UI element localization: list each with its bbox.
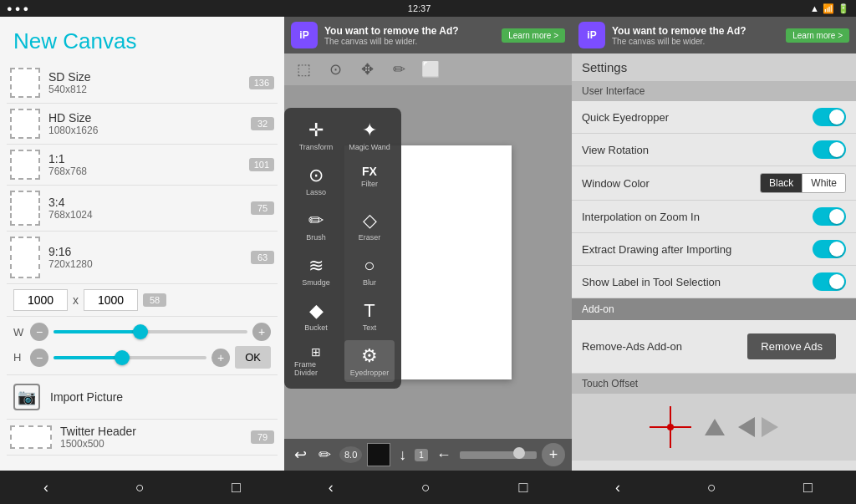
w-slider-track[interactable] [54,330,247,333]
left-bottom-nav: ‹ ○ □ [0,471,284,504]
h-slider-track[interactable] [54,356,206,359]
magic-wand-icon: ✦ [362,120,377,141]
toggle-knob [829,242,844,257]
tool-filter[interactable]: FX Filter [344,160,395,201]
tool-transform[interactable]: ✛ Transform [291,115,341,156]
show-label-label: Show Label in Tool Selection [582,276,813,288]
tool-brush[interactable]: ✏ Brush [291,205,341,247]
canvas-area[interactable]: ✛ Transform ✦ Magic Wand ⊙ Lasso FX Filt… [284,85,572,439]
list-item[interactable]: HD Size 1080x1626 32 [7,104,278,145]
canvas-name-916: 9:16 [48,245,242,258]
window-color-white-button[interactable]: White [802,174,845,192]
window-color-black-button[interactable]: Black [761,174,802,192]
ad-app-icon-right: iP [578,22,605,48]
toggle-knob [829,142,844,157]
extract-drawing-toggle[interactable] [813,240,846,258]
opacity-slider[interactable] [460,451,537,459]
w-minus-button[interactable]: − [30,323,48,341]
settings-row-view-rotation: View Rotation [572,134,856,166]
status-icons: ▲ 📶 🔋 [810,3,849,14]
w-slider-row: W − + [13,320,271,344]
canvas-thumb-twitter [10,425,52,449]
canvas-name-twitter: Twitter Header [60,425,242,438]
ad-title-mid: You want to remove the Ad? [324,25,495,37]
canvas-thumb-11 [10,150,40,180]
w-plus-button[interactable]: + [252,323,271,341]
arrow-up-icon[interactable] [705,419,725,435]
remove-ads-label: Remove-Ads Add-on [582,340,737,353]
signal-icon: ▲ [810,3,819,13]
wh-sliders: W − + H − + OK [7,317,278,375]
tool-lasso[interactable]: ⊙ Lasso [291,160,341,201]
download-icon[interactable]: ↓ [395,443,410,467]
recent-button[interactable]: □ [215,476,257,500]
color-swatch[interactable] [367,443,390,466]
addon-section-label: Add-on [572,298,856,320]
canvas-name-hd: HD Size [48,111,242,125]
battery-icon: 🔋 [838,3,849,14]
brush-size-badge[interactable]: 8.0 [339,446,362,463]
pen-icon[interactable]: ✏ [386,57,411,82]
tool-bucket[interactable]: ◆ Bucket [291,295,341,337]
home-button[interactable]: ○ [119,476,161,500]
tool-text[interactable]: T Text [344,295,395,337]
import-icon[interactable]: ⬜ [418,57,443,82]
recent-button-right[interactable]: □ [787,476,829,500]
arrow-right-icon[interactable] [762,417,778,437]
select-icon[interactable]: ⬚ [291,57,316,82]
show-label-toggle[interactable] [813,272,846,291]
arrow-left-icon[interactable] [738,417,755,437]
tool-eraser[interactable]: ◇ Eraser [344,205,395,247]
move-icon[interactable]: ✥ [354,57,380,82]
ok-button[interactable]: OK [235,346,271,369]
status-left: ● ● ● [7,3,28,13]
eyedropper-icon: ⚙ [361,345,378,367]
crosshair-icon [650,406,691,448]
tool-frame-divider[interactable]: ⊞ Frame Divider [291,340,341,382]
tool-smudge[interactable]: ≋ Smudge [291,250,341,292]
list-item[interactable]: 3:4 768x1024 75 [7,186,278,232]
home-button-mid[interactable]: ○ [405,476,447,500]
status-bar: ● ● ● 12:37 ▲ 📶 🔋 [0,0,856,17]
size-x-label: x [73,293,79,307]
list-item[interactable]: 9:16 720x1280 63 [7,232,278,284]
quick-eyedropper-toggle[interactable] [813,108,846,126]
back-button[interactable]: ‹ [27,476,65,500]
h-minus-button[interactable]: − [30,349,48,367]
pen-tool-icon[interactable]: ✏ [315,442,334,467]
recent-button-mid[interactable]: □ [502,476,544,500]
custom-height-input[interactable] [84,289,138,311]
settings-panel-container: iP You want to remove the Ad? The canvas… [572,17,856,504]
custom-size-row: x 58 [7,284,278,317]
canvas-dims-hd: 1080x1626 [48,125,242,136]
undo-icon[interactable]: ↩ [291,442,310,467]
h-slider-thumb[interactable] [115,350,130,365]
list-item[interactable]: 1:1 768x768 101 [7,145,278,186]
back-button-mid[interactable]: ‹ [312,476,350,500]
list-item[interactable]: Twitter Header 1500x500 79 [7,420,278,456]
learn-more-button-mid[interactable]: Learn more > [502,28,565,43]
remove-ads-button[interactable]: Remove Ads [747,333,836,359]
import-picture-item[interactable]: 📷 Import Picture [7,375,278,420]
w-slider-thumb[interactable] [133,324,148,339]
back-button-right[interactable]: ‹ [599,476,637,500]
tool-magic-wand[interactable]: ✦ Magic Wand [344,115,395,156]
layer-count-badge[interactable]: 1 [415,449,428,461]
view-rotation-toggle[interactable] [813,140,846,159]
add-button[interactable]: + [542,443,565,466]
custom-width-input[interactable] [13,289,68,311]
wifi-icon: 📶 [823,3,834,14]
page-title: New Canvas [13,28,271,54]
opacity-thumb[interactable] [513,447,525,459]
tool-blur[interactable]: ○ Blur [344,250,395,292]
canvas-badge-sd: 136 [249,76,274,89]
h-plus-button[interactable]: + [211,349,230,367]
back-arrow-icon[interactable]: ← [433,443,455,467]
home-button-right[interactable]: ○ [690,476,733,500]
tool-eyedropper[interactable]: ⚙ Eyedropper [344,340,395,382]
learn-more-button-right[interactable]: Learn more > [786,28,849,43]
list-item[interactable]: SD Size 540x812 136 [7,63,278,104]
lasso-icon[interactable]: ⊙ [323,57,348,82]
import-label: Import Picture [50,390,123,404]
interpolation-toggle[interactable] [813,207,846,226]
